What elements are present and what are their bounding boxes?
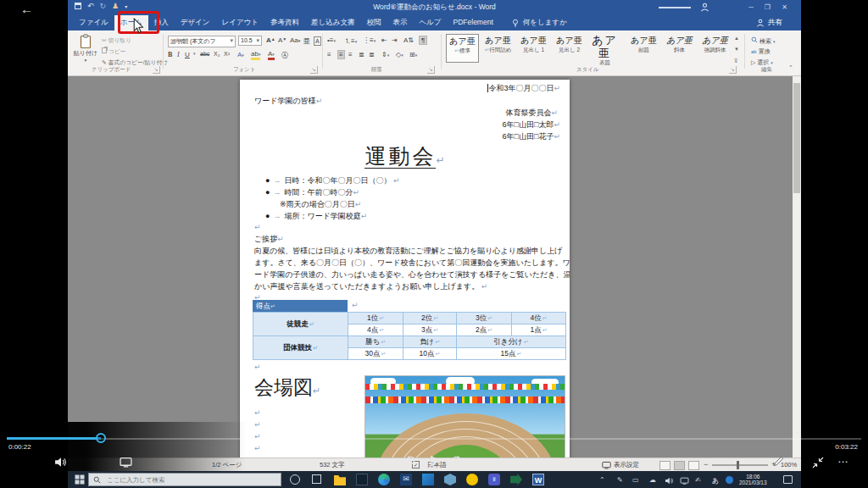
bullet-list-icon[interactable]: •≡▾ xyxy=(327,36,336,44)
tab-layout[interactable]: レイアウト xyxy=(216,15,265,30)
tray-app-icon[interactable] xyxy=(726,476,733,484)
decrease-indent-icon[interactable]: ⇤ xyxy=(381,36,387,44)
style-emphasis[interactable]: あア亜 斜体 xyxy=(663,34,696,63)
subscript-icon[interactable]: X₂ xyxy=(214,51,220,57)
tray-battery-icon[interactable]: ▭ xyxy=(632,476,639,484)
style-no-spacing[interactable]: あア亜 ↵行間詰め xyxy=(481,34,515,63)
tray-cloud-icon[interactable]: ☁ xyxy=(649,476,656,484)
cortana-icon[interactable] xyxy=(290,474,300,485)
font-color-icon[interactable]: A▾ xyxy=(268,51,275,60)
cut-button[interactable]: ✂ 切り取り xyxy=(102,36,131,45)
word-taskbar-icon[interactable]: W xyxy=(532,474,544,485)
app-green-arrow-icon[interactable] xyxy=(510,474,522,485)
read-mode-icon[interactable] xyxy=(659,461,670,470)
taskbar-search[interactable] xyxy=(88,473,281,486)
document-page[interactable]: 令和3年〇月〇〇日↵ ワード学園の皆様↵ 体育祭委員会↵ 6年□山田□太郎↵ 6… xyxy=(240,80,570,463)
hidden-icons-chevron[interactable]: ⌃ xyxy=(599,476,605,484)
style-subtitle[interactable]: あア亜 副題 xyxy=(627,34,660,63)
font-dialog-launcher[interactable]: ↘ xyxy=(310,66,318,74)
zoom-out-icon[interactable]: − xyxy=(704,460,708,469)
tray-ink-icon[interactable]: ✍ xyxy=(695,476,701,484)
volume-icon[interactable] xyxy=(54,457,67,468)
play-button[interactable] xyxy=(429,455,441,467)
collapse-ribbon-icon[interactable]: ⌃ xyxy=(788,64,793,71)
tab-pdfelement[interactable]: PDFelement xyxy=(448,15,499,30)
forward-button[interactable]: 30 xyxy=(450,455,464,465)
character-border-icon[interactable]: A xyxy=(314,36,321,46)
underline-dropdown-icon[interactable]: ▾ xyxy=(193,51,196,56)
start-button[interactable] xyxy=(75,474,85,485)
seek-bar-handle[interactable] xyxy=(96,433,106,443)
word-count[interactable]: 532 文字 xyxy=(320,461,345,469)
find-button[interactable]: 検索 ▾ xyxy=(751,36,775,46)
exit-fullscreen-icon[interactable] xyxy=(812,457,824,469)
change-case-icon[interactable]: Aa▾ xyxy=(290,36,300,44)
viewer-icon[interactable] xyxy=(444,474,456,485)
highlight-color-icon[interactable]: ab▾ xyxy=(251,51,260,60)
teams-icon[interactable]: ii xyxy=(488,474,500,485)
search-input[interactable] xyxy=(105,475,276,485)
share-button[interactable]: 共有 xyxy=(756,18,782,28)
account-icon[interactable] xyxy=(700,3,709,12)
zoom-slider-track[interactable] xyxy=(712,464,768,466)
clipboard-dialog-launcher[interactable]: ↘ xyxy=(153,66,160,74)
enclose-characters-icon[interactable]: Ⓐ xyxy=(281,51,288,60)
align-left-icon[interactable]: ≡ xyxy=(327,51,331,58)
annotate-pencil-icon[interactable] xyxy=(773,456,784,467)
grow-font-icon[interactable]: A▲ xyxy=(266,36,275,44)
replace-button[interactable]: ab 置換 xyxy=(751,47,771,56)
styles-scroll-up-icon[interactable]: ▲ xyxy=(734,36,739,41)
strikethrough-icon[interactable]: abc xyxy=(200,51,209,57)
restore-icon[interactable]: ❐ xyxy=(765,3,771,11)
more-options-icon[interactable]: … xyxy=(837,452,849,465)
distribute-icon[interactable]: ≣ xyxy=(369,51,375,58)
style-title[interactable]: あア亜 表題 xyxy=(588,34,621,63)
formatting-marks-toggle[interactable]: ¶ xyxy=(419,36,427,45)
scrollbar-thumb[interactable] xyxy=(793,83,800,193)
increase-indent-icon[interactable]: ⇥ xyxy=(392,36,398,44)
store-icon[interactable] xyxy=(356,474,368,485)
styles-scroll-down-icon[interactable]: ▼ xyxy=(734,47,739,52)
tab-references[interactable]: 参考資料 xyxy=(264,15,305,30)
paste-button[interactable]: 貼り付け ▾ xyxy=(73,34,98,69)
venue-map-image[interactable] xyxy=(364,375,565,463)
ruby-icon[interactable]: 亜 xyxy=(303,36,310,46)
line-spacing-icon[interactable]: ⇕▾ xyxy=(381,51,389,58)
tell-me-box[interactable]: 何をしますか xyxy=(511,15,567,30)
multilevel-list-icon[interactable]: ⋮≡▾ xyxy=(363,36,376,44)
tab-design[interactable]: デザイン xyxy=(175,15,216,30)
app-yellow-icon[interactable] xyxy=(466,474,478,485)
tray-display-icon[interactable] xyxy=(680,477,689,485)
style-normal[interactable]: あア亜 ↵標準 xyxy=(446,34,479,63)
justify-icon[interactable]: ≣ xyxy=(359,51,364,58)
back-button[interactable]: ← xyxy=(20,2,33,16)
tab-file[interactable]: ファイル xyxy=(73,15,114,30)
vertical-scrollbar[interactable] xyxy=(793,76,801,458)
mail-icon[interactable]: ✉ xyxy=(400,474,412,485)
clock[interactable]: 18:062021/03/13 xyxy=(739,474,767,485)
web-layout-icon[interactable] xyxy=(688,461,699,470)
seek-bar-track[interactable] xyxy=(7,438,861,440)
captions-icon[interactable] xyxy=(120,457,132,468)
minimize-icon[interactable]: ─ xyxy=(748,3,754,11)
tab-view[interactable]: 表示 xyxy=(387,15,413,30)
font-name-combo[interactable]: 游明朝 (本文のフ ▾ xyxy=(168,36,236,47)
align-right-icon[interactable]: ≡ xyxy=(348,51,353,58)
rewind-button[interactable]: 10 xyxy=(404,455,418,465)
close-icon[interactable]: ✕ xyxy=(782,3,787,11)
tab-mailings[interactable]: 差し込み文書 xyxy=(305,15,360,30)
photos-icon[interactable] xyxy=(422,474,434,485)
align-center-icon[interactable]: ≡ xyxy=(337,50,345,59)
task-view-icon[interactable] xyxy=(312,474,321,484)
display-settings-button[interactable]: 表示設定 xyxy=(614,461,639,469)
shading-icon[interactable]: ◇▾ xyxy=(396,51,403,58)
borders-icon[interactable]: ⊞▾ xyxy=(409,51,417,58)
edge-icon[interactable] xyxy=(378,474,390,485)
style-intense-emphasis[interactable]: あア亜 強調斜体 xyxy=(698,34,732,63)
style-heading1[interactable]: あア亜 見出し 1 xyxy=(517,34,550,63)
text-effects-icon[interactable]: A▾ xyxy=(237,51,244,58)
styles-more-icon[interactable]: ⊽ xyxy=(734,58,737,64)
font-size-combo[interactable]: 10.5 ▾ xyxy=(238,36,262,46)
zoom-slider-thumb[interactable] xyxy=(737,461,739,469)
sort-icon[interactable]: A⇅ xyxy=(403,36,414,44)
